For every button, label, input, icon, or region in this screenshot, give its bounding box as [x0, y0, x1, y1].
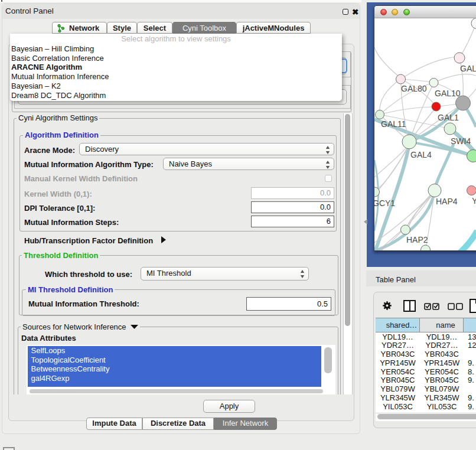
- svg-text:Y: Y: [472, 196, 476, 206]
- svg-text:SWI4: SWI4: [451, 136, 471, 146]
- svg-text:GAL: GAL: [460, 64, 476, 73]
- svg-text:GAL10: GAL10: [435, 89, 461, 98]
- svg-text:GCY1: GCY1: [374, 198, 395, 208]
- svg-text:HAP4: HAP4: [436, 197, 458, 206]
- svg-text:GAL1: GAL1: [438, 113, 459, 122]
- svg-text:HAP2: HAP2: [406, 235, 428, 244]
- svg-text:GAL4: GAL4: [410, 150, 432, 159]
- svg-text:GAL80: GAL80: [401, 84, 427, 93]
- svg-text:GAL11: GAL11: [381, 119, 406, 129]
